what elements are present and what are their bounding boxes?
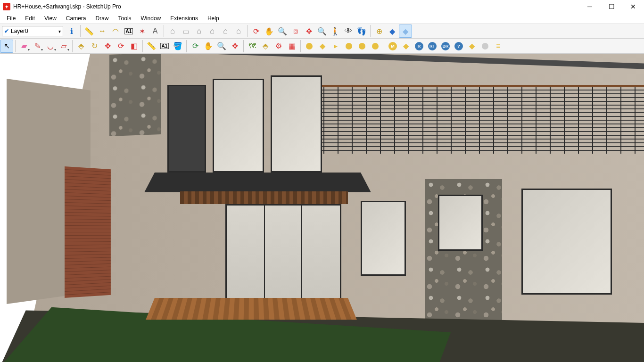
- left-view-icon[interactable]: ⌂: [232, 25, 245, 38]
- text-label-icon[interactable]: A1: [122, 25, 135, 38]
- move-tool-icon[interactable]: ✥: [101, 40, 114, 53]
- axes-icon[interactable]: ✶: [135, 25, 149, 38]
- eraser-tool-icon[interactable]: ▰: [17, 40, 31, 53]
- vray-o-icon[interactable]: ◆: [399, 40, 413, 53]
- protractor-icon[interactable]: ◠: [109, 25, 122, 38]
- toolbar-row-2: ↖▰✎◡▱⬘↻✥⟳◧📏A1🪣⟳✋🔍✥🗺⬘⚙▦◆▸M◆RRTBR?◆≡: [0, 39, 644, 54]
- section-display-icon[interactable]: ◆: [399, 25, 412, 38]
- pan2-icon[interactable]: ✋: [202, 40, 215, 53]
- line-tool-icon[interactable]: ✎: [31, 40, 44, 53]
- menu-file[interactable]: File: [2, 14, 20, 23]
- scene-window-mid-2: [438, 195, 483, 251]
- vray-rt-icon[interactable]: RT: [426, 40, 439, 53]
- vray-diamond-icon[interactable]: ◆: [465, 40, 479, 53]
- scene-brick-panel: [65, 166, 111, 298]
- toolbar-row-1: ✔Layer0▾ℹ📏↔◠A1✶A⌂▭⌂⌂⌂⌂⟳✋🔍⧈✥🔍🚶👁👣⊕◆◆: [0, 24, 644, 39]
- scene-stone-upper: [109, 54, 161, 136]
- extension-warehouse-icon[interactable]: ⚙: [272, 40, 285, 53]
- scene-glass-doors: [225, 204, 341, 311]
- plugin-yellow1-icon[interactable]: [303, 40, 316, 53]
- layer-info-icon[interactable]: ℹ: [65, 25, 78, 38]
- zoom-window-icon[interactable]: ⧈: [289, 25, 302, 38]
- vray-m-icon[interactable]: M: [386, 40, 399, 53]
- look-around-icon[interactable]: 👁: [342, 25, 355, 38]
- zoom-extents-icon[interactable]: ✥: [302, 25, 315, 38]
- menu-camera[interactable]: Camera: [61, 14, 91, 23]
- pan-icon[interactable]: ✋: [263, 25, 276, 38]
- plugin-flag-icon[interactable]: ▸: [329, 40, 342, 53]
- scene-canopy-soffit: [180, 191, 347, 204]
- select-tool-icon[interactable]: ↖: [0, 40, 13, 53]
- sketchup-app-icon: ✦: [3, 3, 10, 10]
- vray-sun-icon[interactable]: [479, 40, 492, 53]
- dimensions-icon[interactable]: ↔: [96, 25, 109, 38]
- vray-br-icon[interactable]: BR: [439, 40, 452, 53]
- follow-me-icon[interactable]: ↻: [88, 40, 101, 53]
- back-view-icon[interactable]: ⌂: [219, 25, 232, 38]
- layer-selected-label: Layer0: [11, 28, 28, 34]
- tape-measure-icon[interactable]: 📏: [83, 25, 96, 38]
- 3d-warehouse-icon[interactable]: ⬘: [259, 40, 272, 53]
- menu-window[interactable]: Window: [136, 14, 166, 23]
- orbit2-icon[interactable]: ⟳: [189, 40, 202, 53]
- vray-stripes-icon[interactable]: ≡: [492, 40, 505, 53]
- scene-canopy: [144, 173, 371, 192]
- section-plane-icon[interactable]: ◆: [386, 25, 399, 38]
- zoom2-icon[interactable]: 🔍: [215, 40, 228, 53]
- scene-window-upper-1: [167, 85, 206, 173]
- walkthrough-icon[interactable]: 👣: [355, 25, 368, 38]
- menu-edit[interactable]: Edit: [20, 14, 40, 23]
- vray-help-icon[interactable]: ?: [452, 40, 465, 53]
- top-view-icon[interactable]: ▭: [179, 25, 192, 38]
- geolocation-icon[interactable]: 🗺: [246, 40, 259, 53]
- scene-window-mid-1: [361, 201, 406, 276]
- zoom-icon[interactable]: 🔍: [276, 25, 289, 38]
- text-label2-icon[interactable]: A1: [158, 40, 171, 53]
- front-view-icon[interactable]: ⌂: [192, 25, 206, 38]
- arc-tool-icon[interactable]: ◡: [44, 40, 57, 53]
- scene-window-right: [521, 189, 611, 295]
- plugin-yellow2-icon[interactable]: ◆: [316, 40, 329, 53]
- plugin-yellow5-icon[interactable]: [369, 40, 382, 53]
- layout-icon[interactable]: ▦: [285, 40, 298, 53]
- scene-window-upper-3: [271, 75, 322, 173]
- rotate-tool-icon[interactable]: ⟳: [114, 40, 127, 53]
- menu-help[interactable]: Help: [203, 14, 224, 23]
- push-pull-icon[interactable]: ⬘: [74, 40, 88, 53]
- maximize-button[interactable]: ☐: [601, 0, 622, 13]
- menu-extensions[interactable]: Extensions: [165, 14, 203, 23]
- plugin-yellow4-icon[interactable]: [355, 40, 369, 53]
- paint-bucket-icon[interactable]: 🪣: [171, 40, 184, 53]
- menu-draw[interactable]: Draw: [91, 14, 114, 23]
- scene-wood-deck: [146, 298, 357, 320]
- tape-measure2-icon[interactable]: 📏: [145, 40, 158, 53]
- close-button[interactable]: ✕: [622, 0, 644, 13]
- walk-icon[interactable]: 🚶: [329, 25, 342, 38]
- right-view-icon[interactable]: ⌂: [206, 25, 219, 38]
- menu-tools[interactable]: Tools: [114, 14, 136, 23]
- previous-view-icon[interactable]: 🔍: [315, 25, 329, 38]
- minimize-button[interactable]: ─: [579, 0, 601, 13]
- titlebar: ✦ HR+House,+Sariwangi.skp - SketchUp Pro…: [0, 0, 644, 13]
- scale-tool-icon[interactable]: ◧: [127, 40, 140, 53]
- orbit-icon[interactable]: ⟳: [249, 25, 263, 38]
- scene-balcony: [309, 85, 644, 154]
- scene-window-upper-2: [213, 79, 264, 173]
- 3d-text-icon[interactable]: A: [149, 25, 162, 38]
- layer-select[interactable]: ✔Layer0▾: [2, 26, 63, 36]
- menu-view[interactable]: View: [40, 14, 61, 23]
- vray-r-icon[interactable]: R: [413, 40, 426, 53]
- rectangle-tool-icon[interactable]: ▱: [57, 40, 70, 53]
- window-title: HR+House,+Sariwangi.skp - SketchUp Pro: [13, 3, 121, 10]
- position-camera-icon[interactable]: ⊕: [372, 25, 386, 38]
- iso-view-icon[interactable]: ⌂: [166, 25, 179, 38]
- plugin-yellow3-icon[interactable]: [342, 40, 355, 53]
- zoom-extents2-icon[interactable]: ✥: [228, 40, 241, 53]
- model-viewport[interactable]: [0, 54, 644, 362]
- menubar: File Edit View Camera Draw Tools Window …: [0, 13, 644, 24]
